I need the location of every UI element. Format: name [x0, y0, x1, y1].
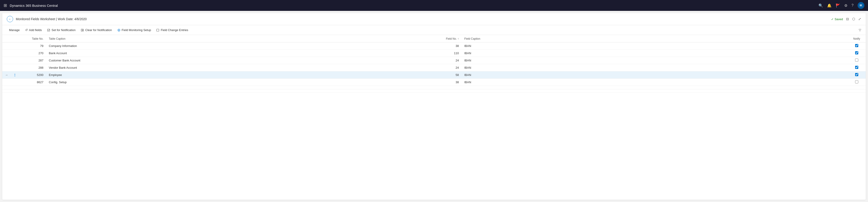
- field-caption-cell: IBAN: [462, 43, 848, 50]
- row-indicator-cell: →: [2, 71, 11, 79]
- table-row[interactable]: 287Customer Bank Account24IBAN: [2, 57, 866, 64]
- notify-cell[interactable]: [848, 50, 866, 57]
- clear-notification-label: Clear for Notification: [85, 28, 112, 32]
- table-no-cell: 287: [19, 57, 46, 64]
- table-header-row: Table No. Table Caption Field No. ↑ Fiel…: [2, 35, 866, 43]
- table-caption-cell: Config. Setup: [46, 79, 432, 86]
- expand-icon[interactable]: ⤢: [858, 17, 861, 21]
- row-indicator-cell: [2, 79, 11, 86]
- row-menu-cell: [11, 50, 19, 57]
- svg-rect-0: [48, 29, 50, 31]
- bookmark-icon[interactable]: ⊟: [846, 17, 849, 21]
- table-no-cell: 288: [19, 64, 46, 71]
- search-icon[interactable]: 🔍: [818, 3, 823, 8]
- field-change-entries-button[interactable]: Field Change Entries: [154, 27, 190, 33]
- col-field-caption-header[interactable]: Field Caption: [462, 35, 848, 43]
- svg-point-3: [119, 30, 119, 31]
- table-caption-cell: Company Information: [46, 43, 432, 50]
- table-row[interactable]: [2, 89, 866, 93]
- set-notification-label: Set for Notification: [52, 28, 75, 32]
- table-caption-cell: [46, 86, 432, 89]
- col-menu-header: [11, 35, 19, 43]
- field-change-icon: [156, 28, 160, 32]
- field-no-cell: 58: [432, 71, 462, 79]
- field-caption-cell: IBAN: [462, 71, 848, 79]
- clear-notification-icon: [81, 28, 84, 32]
- notify-cell[interactable]: [848, 43, 866, 50]
- flag-icon[interactable]: 🚩: [836, 3, 840, 8]
- field-no-cell: 110: [432, 50, 462, 57]
- field-caption-cell: IBAN: [462, 79, 848, 86]
- avatar[interactable]: IK: [858, 2, 864, 9]
- field-no-cell: 24: [432, 57, 462, 64]
- col-table-caption-header[interactable]: Table Caption: [46, 35, 432, 43]
- notify-cell[interactable]: [848, 57, 866, 64]
- set-notification-icon: [47, 28, 51, 32]
- notify-cell[interactable]: [848, 79, 866, 86]
- row-menu-cell[interactable]: ⋮: [11, 71, 19, 79]
- waffle-icon[interactable]: ⊞: [4, 3, 7, 8]
- row-menu-cell: [11, 89, 19, 93]
- field-no-cell: [432, 86, 462, 89]
- notify-checkbox[interactable]: [855, 66, 858, 69]
- table-area: Table No. Table Caption Field No. ↑ Fiel…: [2, 35, 866, 93]
- table-row[interactable]: →⋮5200Employee58IBAN: [2, 71, 866, 79]
- notify-cell[interactable]: [848, 71, 866, 79]
- saved-status: ✓ Saved: [831, 18, 843, 21]
- gear-icon[interactable]: ⚙: [844, 3, 847, 8]
- notify-checkbox[interactable]: [855, 44, 858, 47]
- field-caption-cell: IBAN: [462, 50, 848, 57]
- add-fields-button[interactable]: ↺ Add fields: [23, 27, 44, 33]
- notify-checkbox[interactable]: [855, 73, 858, 76]
- table-row[interactable]: 79Company Information38IBAN: [2, 43, 866, 50]
- row-menu-cell: [11, 57, 19, 64]
- set-for-notification-button[interactable]: Set for Notification: [45, 27, 78, 33]
- field-no-cell: 38: [432, 79, 462, 86]
- table-no-cell: [19, 86, 46, 89]
- open-new-icon[interactable]: ⬡: [852, 17, 855, 21]
- field-no-cell: [432, 89, 462, 93]
- col-table-no-header[interactable]: Table No.: [19, 35, 46, 43]
- row-menu-cell: [11, 86, 19, 89]
- notify-checkbox[interactable]: [855, 51, 858, 54]
- data-table: Table No. Table Caption Field No. ↑ Fiel…: [2, 35, 866, 93]
- row-indicator-cell: [2, 64, 11, 71]
- table-row[interactable]: 288Vendor Bank Account24IBAN: [2, 64, 866, 71]
- clear-for-notification-button[interactable]: Clear for Notification: [79, 27, 114, 33]
- table-caption-cell: [46, 89, 432, 93]
- row-menu-cell: [11, 43, 19, 50]
- row-menu-cell: [11, 64, 19, 71]
- field-monitoring-label: Field Monitoring Setup: [122, 28, 151, 32]
- table-row[interactable]: [2, 86, 866, 89]
- col-field-no-header[interactable]: Field No. ↑: [432, 35, 462, 43]
- table-row[interactable]: 8627Config. Setup38IBAN: [2, 79, 866, 86]
- col-notify-header[interactable]: Notify: [848, 35, 866, 43]
- notify-cell[interactable]: [848, 64, 866, 71]
- col-indicator-header: [2, 35, 11, 43]
- field-change-label: Field Change Entries: [161, 28, 188, 32]
- field-caption-cell: IBAN: [462, 57, 848, 64]
- field-monitoring-setup-button[interactable]: Field Monitoring Setup: [115, 27, 153, 33]
- page-title: Monitored Fields Worksheet | Work Date: …: [16, 17, 831, 21]
- table-caption-cell: Bank Account: [46, 50, 432, 57]
- field-caption-cell: IBAN: [462, 64, 848, 71]
- bell-icon[interactable]: 🔔: [827, 3, 832, 8]
- table-body: 79Company Information38IBAN270Bank Accou…: [2, 43, 866, 93]
- app-name: Dynamics 365 Business Central: [10, 4, 816, 7]
- toolbar: Manage ↺ Add fields Set for Notification: [2, 25, 866, 35]
- checkmark-icon: ✓: [831, 18, 834, 21]
- notify-checkbox[interactable]: [855, 80, 858, 83]
- field-caption-cell: [462, 89, 848, 93]
- row-indicator-cell: [2, 89, 11, 93]
- page-container: ← Monitored Fields Worksheet | Work Date…: [2, 13, 866, 200]
- notify-checkbox[interactable]: [855, 58, 858, 62]
- table-no-cell: 79: [19, 43, 46, 50]
- table-row[interactable]: 270Bank Account110IBAN: [2, 50, 866, 57]
- field-no-cell: 24: [432, 64, 462, 71]
- notify-cell: [848, 89, 866, 93]
- help-icon[interactable]: ?: [851, 3, 854, 7]
- filter-icon[interactable]: ▽: [859, 28, 861, 32]
- manage-button[interactable]: Manage: [7, 27, 22, 33]
- row-indicator-cell: [2, 57, 11, 64]
- back-button[interactable]: ←: [7, 16, 13, 22]
